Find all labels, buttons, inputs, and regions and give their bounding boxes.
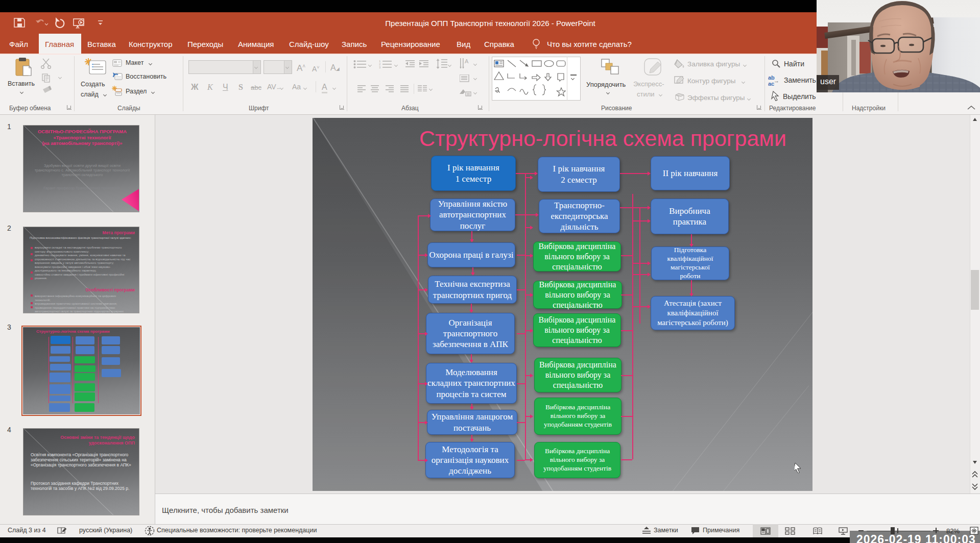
svg-text:3: 3 xyxy=(379,66,381,69)
svg-text:A: A xyxy=(465,58,469,64)
